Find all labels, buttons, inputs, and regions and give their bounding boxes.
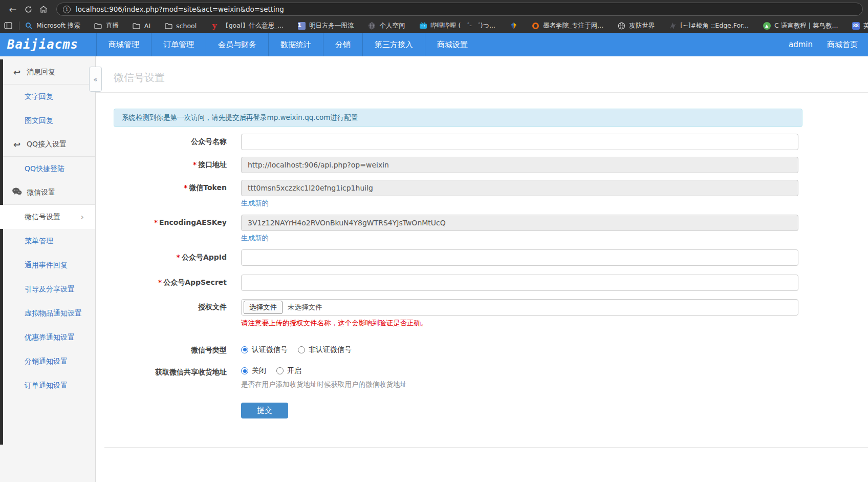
form-row-appid: *公众号AppId: [114, 249, 868, 268]
form-row-account-type: 微信号类型 认证微信号 非认证微信号: [114, 342, 868, 355]
blue-1-icon: 1: [297, 22, 306, 30]
aeskey-input: [241, 215, 798, 231]
authfile-label: 授权文件: [114, 299, 227, 328]
youdao-y-icon: y: [210, 22, 219, 30]
nav-item-data-stats[interactable]: 数据统计: [268, 33, 323, 56]
required-asterisk: *: [184, 183, 187, 192]
blue-88-icon: 88: [852, 22, 860, 30]
radio-share-address-on[interactable]: 开启: [276, 366, 301, 375]
token-label: *微信Token: [114, 180, 227, 208]
chevron-right-icon: ›: [81, 212, 84, 222]
bookmark-item[interactable]: 墨者学院_专注于网...: [531, 22, 603, 30]
bookmark-item[interactable]: 哔哩哔哩 ( ゜- ゜)つ...: [419, 22, 495, 30]
bookmark-item[interactable]: 1 明日方舟一图流: [297, 22, 354, 30]
nav-item-thirdparty[interactable]: 第三方接入: [362, 33, 425, 56]
nav-item-mall-settings[interactable]: 商城设置: [425, 33, 480, 56]
bookmark-item[interactable]: 个人空间: [368, 22, 405, 30]
page-title: 微信号设置: [114, 71, 868, 85]
account-type-label: 微信号类型: [114, 342, 227, 355]
authfile-input[interactable]: 选择文件 未选择文件: [241, 299, 798, 316]
form-row-api-url: *接口地址: [114, 157, 868, 173]
angular-logo-icon: [668, 22, 677, 30]
submit-button[interactable]: 提交: [241, 403, 288, 418]
refresh-icon[interactable]: [20, 2, 36, 16]
search-icon: [25, 22, 33, 30]
token-input: [241, 180, 798, 196]
sidebar-item-wechat-account-settings[interactable]: 微信号设置 ›: [0, 205, 95, 229]
sidebar-group-message-reply[interactable]: ↩ 消息回复: [0, 60, 95, 85]
sidebar-group-qq-access[interactable]: ↩ QQ接入设置: [0, 133, 95, 157]
radio-checked-icon[interactable]: [241, 367, 248, 374]
nav-item-mall-manage[interactable]: 商城管理: [96, 33, 151, 56]
bookmark-item[interactable]: ▲ C 语言教程 | 菜鸟教...: [763, 22, 838, 30]
sidebar-group-wechat-settings[interactable]: 微信设置: [0, 181, 95, 205]
bookmarks-panel-icon[interactable]: [4, 22, 12, 30]
form-row-account-name: 公众号名称: [114, 134, 868, 150]
bookmark-item[interactable]: 88 英雄数据 - League...: [852, 22, 868, 30]
choose-file-button[interactable]: 选择文件: [244, 301, 283, 314]
main-content: 微信号设置 系统检测到你是第一次访问，请先提交后再登录mp.weixin.qq.…: [96, 56, 868, 482]
sidebar-item-order-notify[interactable]: 订单通知设置: [0, 373, 95, 397]
sidebar-item-common-event-reply[interactable]: 通用事件回复: [0, 253, 95, 277]
radio-unchecked-icon[interactable]: [276, 367, 284, 374]
required-asterisk: *: [158, 278, 162, 286]
bookmark-item-icon-only[interactable]: [509, 22, 517, 30]
radio-share-address-off[interactable]: 关闭: [241, 366, 266, 375]
mall-home-link[interactable]: 商城首页: [827, 40, 858, 50]
first-visit-alert: 系统检测到你是第一次访问，请先提交后再登录mp.weixin.qq.com进行配…: [114, 109, 802, 127]
bookmark-item[interactable]: Microsoft 搜索: [25, 22, 80, 30]
nav-item-member-finance[interactable]: 会员与财务: [206, 33, 268, 56]
required-asterisk: *: [177, 253, 180, 261]
account-name-input[interactable]: [241, 134, 798, 150]
sidebar-item-distribution-notify[interactable]: 分销通知设置: [0, 349, 95, 373]
bookmark-item[interactable]: 攻防世界: [617, 22, 655, 30]
sidebar-item-qq-login[interactable]: QQ快捷登陆: [0, 157, 95, 181]
form-row-authfile: 授权文件 选择文件 未选择文件 请注意要上传的授权文件名称，这个会影响到验证是否…: [114, 299, 868, 328]
bookmark-folder[interactable]: AI: [133, 22, 150, 30]
bookmark-folder[interactable]: 直播: [94, 22, 119, 30]
aeskey-regenerate-link[interactable]: 生成新的: [241, 234, 269, 243]
url-text[interactable]: localhost:906/index.php?mod=site&act=wei…: [76, 5, 284, 13]
wechat-settings-form: 公众号名称 *接口地址 *微信Token 生成新的 *EncodingAESKe…: [114, 134, 868, 418]
radio-verified-account[interactable]: 认证微信号: [241, 345, 288, 354]
green-circle-icon: ▲: [763, 22, 771, 30]
bookmarks-bar: Microsoft 搜索 直播 AI school y 【goal】什么意思_.…: [0, 18, 868, 33]
bookmark-item[interactable]: [~]#棱角 ::Edge.For...: [668, 22, 749, 30]
sidebar-item-text-reply[interactable]: 文字回复: [0, 85, 95, 109]
nav-spacer: [480, 33, 789, 56]
aeskey-label: *EncodingAESKey: [114, 215, 227, 243]
required-asterisk: *: [193, 160, 197, 169]
sidebar-collapse-button[interactable]: «: [89, 67, 102, 92]
orange-ring-icon: [531, 22, 539, 30]
appid-label: *公众号AppId: [114, 249, 227, 268]
diamond-icon: [509, 22, 517, 30]
app-logo[interactable]: Baijiacms: [0, 33, 96, 56]
sidebar-item-coupon-notify[interactable]: 优惠券通知设置: [0, 325, 95, 349]
reply-icon: ↩: [11, 67, 23, 77]
browser-toolbar: ← i localhost:906/index.php?mod=site&act…: [0, 0, 868, 18]
site-info-icon[interactable]: i: [63, 6, 71, 13]
sidebar-item-imagetext-reply[interactable]: 图文回复: [0, 109, 95, 133]
app-navbar: Baijiacms 商城管理 订单管理 会员与财务 数据统计 分销 第三方接入 …: [0, 33, 868, 56]
globe-dark-icon: [368, 22, 376, 30]
radio-checked-icon[interactable]: [241, 346, 248, 353]
nav-item-distribution[interactable]: 分销: [323, 33, 362, 56]
appsecret-input[interactable]: [241, 275, 798, 291]
content-bottom-divider: [104, 447, 868, 448]
appid-input[interactable]: [241, 249, 798, 266]
sidebar-item-guide-share[interactable]: 引导及分享设置: [0, 277, 95, 301]
radio-unverified-account[interactable]: 非认证微信号: [298, 345, 352, 354]
home-icon[interactable]: [36, 2, 51, 16]
back-icon[interactable]: ←: [5, 2, 20, 16]
token-regenerate-link[interactable]: 生成新的: [241, 199, 269, 208]
radio-unchecked-icon[interactable]: [298, 346, 305, 353]
sidebar-item-virtual-goods-notify[interactable]: 虚拟物品通知设置: [0, 301, 95, 325]
nav-item-order-manage[interactable]: 订单管理: [151, 33, 206, 56]
sidebar-item-menu-manage[interactable]: 菜单管理: [0, 229, 95, 253]
bookmark-folder[interactable]: school: [164, 22, 197, 30]
bookmark-item[interactable]: y 【goal】什么意思_...: [210, 22, 284, 30]
address-bar[interactable]: i localhost:906/index.php?mod=site&act=w…: [56, 3, 863, 16]
form-row-share-address: 获取微信共享收货地址 关闭 开启 是否在用户添加收货地址时候获取用户的微信收货地…: [114, 364, 868, 418]
user-admin-link[interactable]: admin: [789, 40, 813, 49]
folder-icon: [164, 22, 172, 30]
